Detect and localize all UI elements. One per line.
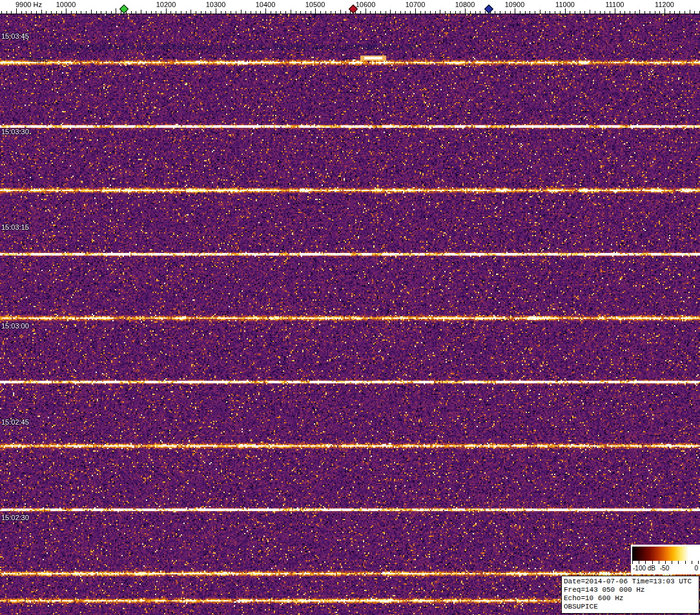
detection-annotation-mag: Mag48 xyxy=(28,56,48,63)
time-label-2: 15:03:15 xyxy=(1,223,29,231)
colorbar-label-mid: -50 xyxy=(660,565,669,572)
colorbar-ticks xyxy=(632,561,699,564)
freq-label-10400: 10400 xyxy=(256,1,276,8)
freq-label-9900: 9900 Hz xyxy=(15,1,42,8)
info-observer: OBSUPICE xyxy=(564,603,697,611)
freq-label-11000: 11000 xyxy=(555,1,575,8)
freq-label-10500: 10500 xyxy=(305,1,325,8)
detection-annotation: 20140706130340776 hCnt1 nb-83 f10607 hit… xyxy=(37,44,417,51)
spectrogram-waterfall[interactable] xyxy=(0,14,700,615)
info-date-time: Date=2014-07-06 Time=13:03 UTC xyxy=(564,578,697,586)
freq-label-10700: 10700 xyxy=(406,1,426,8)
freq-label-10000: 10000 xyxy=(56,1,76,8)
freq-label-10300: 10300 xyxy=(206,1,226,8)
time-label-0: 15:03:45 xyxy=(1,32,29,40)
time-label-5: 15:02:30 xyxy=(1,514,29,521)
colorbar-gradient xyxy=(632,547,699,561)
freq-label-11100: 11100 xyxy=(606,1,624,8)
time-label-3: 15:03:00 xyxy=(1,322,29,330)
time-label-1: 15:03:30 xyxy=(1,128,29,136)
info-echo: Echo=10 600 Hz xyxy=(564,594,697,603)
time-label-4: 15:02:45 xyxy=(1,418,29,426)
freq-label-10200: 10200 xyxy=(156,1,176,8)
info-frequency: Freq=143 050 000 Hz xyxy=(564,586,697,594)
colorbar-label-min: -100 dB xyxy=(633,565,655,572)
frequency-ruler: 9900 Hz100001020010300104001050010600107… xyxy=(0,0,700,14)
freq-label-10800: 10800 xyxy=(455,1,475,8)
colorbar-label-max: 0 xyxy=(694,565,698,572)
freq-label-10900: 10900 xyxy=(505,1,525,8)
freq-label-10600: 10600 xyxy=(356,1,376,8)
intensity-colorbar: -100 dB -50 0 xyxy=(631,545,700,574)
colorbar-labels: -100 dB -50 0 xyxy=(631,565,700,574)
freq-label-11200: 11200 xyxy=(655,1,674,8)
spectrogram-app: 9900 Hz100001020010300104001050010600107… xyxy=(0,0,700,615)
observation-info-box: Date=2014-07-06 Time=13:03 UTC Freq=143 … xyxy=(561,576,699,614)
